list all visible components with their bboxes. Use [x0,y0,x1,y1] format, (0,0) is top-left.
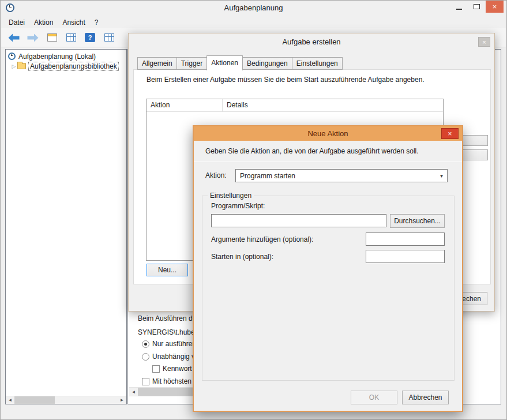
menubar: Datei Aktion Ansicht ? [4,17,103,28]
arguments-label: Argumente hinzufügen (optional): [211,235,313,243]
close-icon: × [448,130,452,138]
program-label: Programm/Skript: [211,202,265,210]
scrollbar-track[interactable] [55,396,118,404]
radio-icon[interactable] [142,353,149,361]
new-action-button[interactable]: Neu... [147,264,188,276]
tree-item-library-label: Aufgabenplanungsbibliothek [28,62,119,71]
checkbox-icon[interactable] [142,378,149,385]
screen: Aufgabenplanung × Datei Aktion Ansicht ? [0,0,507,420]
console-tree-panel: Aufgabenplanung (Lokal) ▷ Aufgabenplanun… [5,49,127,404]
column-header-details[interactable]: Details [223,99,443,111]
scroll-left-icon[interactable]: ◄ [129,388,138,396]
maximize-icon [474,4,480,9]
tree-item-root-label: Aufgabenplanung (Lokal) [18,52,96,61]
expander-icon[interactable]: ▷ [10,63,17,69]
browse-button[interactable]: Durchsuchen... [390,214,445,228]
close-icon: × [482,39,486,46]
separator [194,162,462,162]
create-task-close-button[interactable]: × [478,37,490,47]
scrollbar-thumb[interactable] [14,396,55,404]
menu-item-hilfe[interactable]: ? [90,17,103,28]
new-action-dialog: Neue Aktion × Geben Sie die Aktion an, d… [193,125,463,412]
tree-item-root[interactable]: Aufgabenplanung (Lokal) [8,51,96,61]
help-icon: ? [85,33,95,42]
main-titlebar[interactable]: Aufgabenplanung × [1,1,506,16]
action-pane-icon [104,33,114,42]
menu-item-datei[interactable]: Datei [4,17,29,28]
create-task-tabs: Allgemein Trigger Aktionen Bedingungen E… [137,55,342,70]
new-action-cancel-button[interactable]: Abbrechen [402,391,449,404]
forward-arrow-icon [27,33,39,42]
actions-description: Beim Erstellen einer Aufgabe müssen Sie … [147,76,484,84]
scrollbar-thumb[interactable] [138,388,201,396]
tree-horizontal-scrollbar[interactable]: ◄ ► [6,396,126,404]
scroll-right-icon[interactable]: ► [118,396,126,404]
action-select[interactable]: Programm starten ▾ [235,169,448,182]
maximize-button[interactable] [468,1,486,13]
create-task-titlebar[interactable]: Aufgabe erstellen [129,33,494,51]
tab-einstellungen[interactable]: Einstellungen [292,57,343,70]
forward-button[interactable] [26,31,40,44]
tree-item-library[interactable]: ▷ Aufgabenplanungsbibliothek [10,61,119,71]
menu-item-ansicht[interactable]: Ansicht [58,17,89,28]
new-action-close-button[interactable]: × [441,128,459,139]
console-tree-toggle-button[interactable] [64,31,78,44]
folder-icon [17,63,26,69]
column-header-aktion[interactable]: Aktion [147,99,223,111]
import-task-button[interactable] [45,31,59,44]
action-select-value: Programm starten [236,172,436,180]
ok-button[interactable]: OK [351,391,397,404]
console-tree-icon [66,33,76,42]
minimize-icon [456,9,462,10]
tab-aktionen[interactable]: Aktionen [206,55,243,70]
back-button[interactable] [7,31,21,44]
menu-item-aktion[interactable]: Aktion [29,17,58,28]
start-in-input[interactable] [366,250,445,263]
checkbox-icon[interactable] [152,365,160,373]
action-pane-toggle-button[interactable] [102,31,116,44]
new-action-description: Geben Sie die Aktion an, die von der Auf… [205,147,419,155]
close-icon: × [493,2,497,11]
start-in-label: Starten in (optional): [211,253,273,261]
main-window-title: Aufgabenplanung [1,1,506,16]
chevron-down-icon: ▾ [436,172,447,179]
new-action-titlebar[interactable]: Neue Aktion [194,126,462,141]
program-input[interactable] [211,214,386,227]
clock-icon [8,52,16,60]
back-arrow-icon [8,33,20,42]
minimize-button[interactable] [450,1,468,13]
help-button[interactable]: ? [83,31,97,44]
action-label: Aktion: [205,171,227,179]
tab-trigger[interactable]: Trigger [176,57,208,70]
preview-account-value: SYNERGIS\t.huber [138,328,197,336]
window-icon [47,33,57,42]
scroll-left-icon[interactable]: ◄ [6,396,14,404]
radio-icon[interactable] [142,340,149,348]
arguments-input[interactable] [366,232,445,246]
tab-bedingungen[interactable]: Bedingungen [242,57,292,70]
actions-table-header: Aktion Details [147,99,443,112]
tab-allgemein[interactable]: Allgemein [137,57,177,70]
settings-group-label: Einstellungen [208,192,254,200]
close-button[interactable]: × [486,1,504,13]
